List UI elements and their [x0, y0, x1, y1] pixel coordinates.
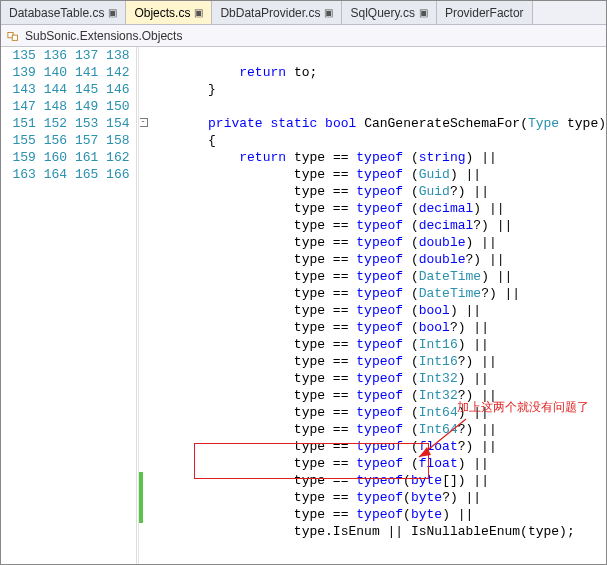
tab-database-table[interactable]: DatabaseTable.cs▣	[1, 1, 126, 24]
tab-sqlquery[interactable]: SqlQuery.cs▣	[342, 1, 436, 24]
namespace-icon	[7, 29, 21, 43]
tab-providerfactor[interactable]: ProviderFactor	[437, 1, 533, 24]
breadcrumb[interactable]: SubSonic.Extensions.Objects	[1, 25, 606, 47]
tab-objects[interactable]: Objects.cs▣	[126, 1, 212, 24]
dirty-icon: ▣	[194, 7, 203, 18]
code-content[interactable]: return to; } private static bool CanGene…	[140, 47, 606, 564]
dirty-icon: ▣	[108, 7, 117, 18]
dirty-icon: ▣	[419, 7, 428, 18]
tab-bar: DatabaseTable.cs▣ Objects.cs▣ DbDataProv…	[1, 1, 606, 25]
line-numbers: 135 136 137 138 139 140 141 142 143 144 …	[1, 47, 137, 564]
code-editor[interactable]: 135 136 137 138 139 140 141 142 143 144 …	[1, 47, 606, 564]
svg-rect-1	[12, 35, 17, 40]
tab-dbdataprovider[interactable]: DbDataProvider.cs▣	[212, 1, 342, 24]
breadcrumb-text: SubSonic.Extensions.Objects	[25, 29, 182, 43]
dirty-icon: ▣	[324, 7, 333, 18]
